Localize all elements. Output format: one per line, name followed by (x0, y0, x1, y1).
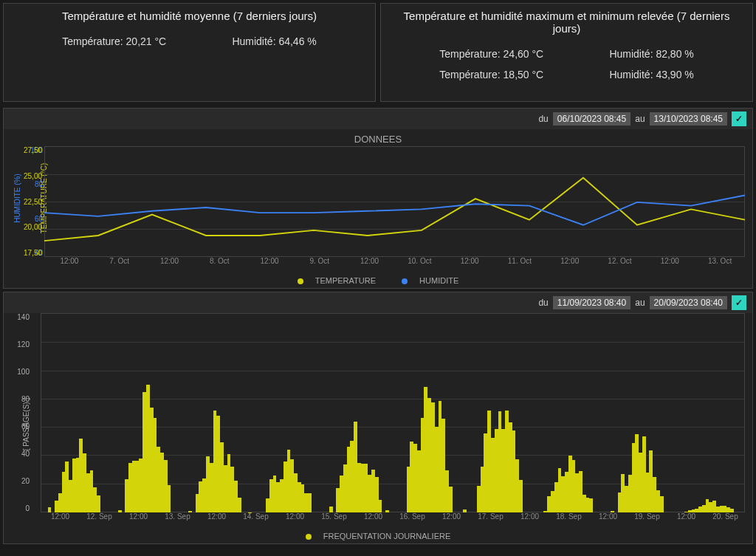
apply-button-2[interactable]: ✓ (732, 295, 746, 310)
avg-card: Température et humidité moyenne (7 derni… (3, 3, 376, 102)
donnees-panel: du 06/10/2023 08:45 au 13/10/2023 08:45 … (3, 108, 753, 289)
minmax-card: Température et humidité maximum et minim… (380, 3, 753, 102)
bar-chart: [ PASSAGE(S) ] 140120100806040200 12:001… (41, 313, 745, 527)
avg-hum: Humidité: 64,46 % (232, 35, 316, 47)
avg-temp: Température: 20,21 °C (62, 35, 166, 47)
line-svg (44, 146, 745, 251)
donnees-header: du 06/10/2023 08:45 au 13/10/2023 08:45 … (4, 109, 752, 129)
from-label: du (538, 114, 548, 124)
min-temp: Température: 18,50 °C (439, 69, 543, 80)
max-hum: Humidité: 82,80 % (609, 48, 693, 60)
frequentation-panel: du 11/09/2023 08:40 au 20/09/2023 08:40 … (3, 292, 753, 544)
from-date-input-2[interactable]: 11/09/2023 08:40 (553, 296, 630, 309)
temp-axis-ticks: 27,5025,0022,5020,0017,50 (24, 146, 42, 257)
to-label: au (635, 114, 645, 124)
chart2-legend: FREQUENTATION JOURNALIERE (4, 530, 752, 543)
hum-legend-icon (402, 278, 408, 284)
chart1-title: DONNEES (4, 129, 752, 146)
from-date-input[interactable]: 06/10/2023 08:45 (553, 112, 630, 126)
bars-container (41, 313, 745, 512)
avg-title: Température et humidité moyenne (7 derni… (11, 10, 368, 22)
apply-button[interactable]: ✓ (732, 111, 746, 126)
max-temp: Température: 24,60 °C (439, 48, 543, 60)
passage-axis-ticks: 140120100806040200 (7, 313, 30, 512)
chart2-x-axis: 12:0012. Sep12:0013. Sep12:0014. Sep12:0… (41, 512, 745, 527)
freq-legend-icon (306, 534, 312, 540)
chart1-x-axis: 12:007. Oct12:008. Oct12:009. Oct12:0010… (44, 257, 745, 272)
chart1-legend: TEMPERATURE HUMIDITE (4, 275, 752, 288)
minmax-title: Température et humidité maximum et minim… (388, 10, 745, 35)
to-date-input-2[interactable]: 20/09/2023 08:40 (650, 296, 727, 309)
temp-legend-icon (298, 278, 303, 284)
to-label-2: au (635, 298, 645, 308)
line-chart: HUMIDITE (%) TEMPERATURE (°C) 100806040 … (44, 146, 745, 272)
to-date-input[interactable]: 13/10/2023 08:45 (650, 112, 727, 126)
from-label-2: du (538, 298, 548, 308)
min-hum: Humidité: 43,90 % (609, 69, 693, 80)
freq-header: du 11/09/2023 08:40 au 20/09/2023 08:40 … (4, 292, 752, 313)
